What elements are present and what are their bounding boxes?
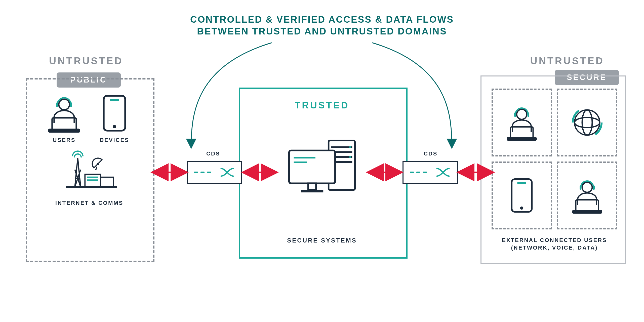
svg-point-41 [582,182,592,192]
public-item-users: USERS [44,93,84,143]
user-headset-icon [44,93,84,133]
public-item-internet-comms: INTERNET & COMMS [30,146,148,206]
diagram-title: CONTROLLED & VERIFIED ACCESS & DATA FLOW… [190,14,454,37]
svg-rect-43 [593,185,595,190]
secure-caption-line-1: EXTERNAL CONNECTED USERS [502,237,607,243]
svg-rect-13 [85,174,101,187]
trusted-caption: SECURE SYSTEMS [239,237,405,244]
tablet-icon [503,177,541,214]
comms-infrastructure-icon [60,146,118,196]
svg-point-0 [59,99,70,110]
svg-rect-42 [580,185,582,190]
svg-point-23 [349,146,351,148]
cds-dashes-icon [194,172,211,173]
title-line-1: CONTROLLED & VERIFIED ACCESS & DATA FLOW… [190,14,454,25]
svg-rect-34 [507,138,536,140]
svg-point-24 [349,156,351,158]
secure-items-grid [492,89,617,229]
public-item-devices: DEVICES [94,93,135,143]
secure-caption-line-2: (NETWORK, VOICE, DATA) [511,245,598,251]
secure-cell-tablet [492,162,552,229]
public-comms-caption: INTERNET & COMMS [55,200,123,206]
svg-rect-45 [573,211,602,213]
user-headset-icon [503,104,541,141]
svg-rect-44 [576,200,598,211]
svg-rect-25 [289,150,335,183]
svg-rect-28 [308,183,316,190]
svg-rect-4 [49,129,80,132]
diagram-stage: CONTROLLED & VERIFIED ACCESS & DATA FLOW… [0,0,644,322]
svg-point-7 [113,125,116,128]
cds-device-left [187,161,242,184]
svg-rect-31 [514,112,516,117]
svg-rect-3 [52,118,76,130]
secure-cell-user-2 [557,162,617,229]
svg-rect-14 [101,177,113,187]
title-line-2: BETWEEN TRUSTED AND UNTRUSTED DOMAINS [197,26,447,36]
cross-connect-icon [435,166,451,179]
svg-line-12 [96,167,97,170]
globe-icon [568,104,606,141]
cds-dashes-icon [410,172,427,173]
svg-rect-33 [510,127,533,138]
untrusted-label-right: UNTRUSTED [530,55,605,66]
secure-cell-globe [557,89,617,156]
trusted-heading: TRUSTED [295,100,349,111]
svg-rect-32 [528,112,530,117]
svg-point-35 [575,110,600,135]
public-devices-caption: DEVICES [100,137,129,143]
secure-cell-user [492,89,552,156]
cross-connect-icon [220,166,235,179]
tablet-icon [94,93,135,133]
public-users-caption: USERS [53,137,76,143]
svg-point-36 [575,117,600,128]
secure-caption: EXTERNAL CONNECTED USERS (NETWORK, VOICE… [492,236,617,251]
untrusted-label-left: UNTRUSTED [49,55,123,66]
user-headset-icon [568,177,606,214]
secure-systems-icon [279,133,365,205]
public-items-grid: USERS DEVICES [30,93,148,206]
cds-device-right [403,161,458,184]
svg-point-30 [517,109,527,119]
svg-point-40 [520,207,524,210]
svg-point-37 [582,110,592,135]
svg-rect-2 [70,102,72,107]
cds-label-right: CDS [424,150,437,157]
svg-rect-1 [56,102,58,107]
cds-label-left: CDS [206,150,220,157]
